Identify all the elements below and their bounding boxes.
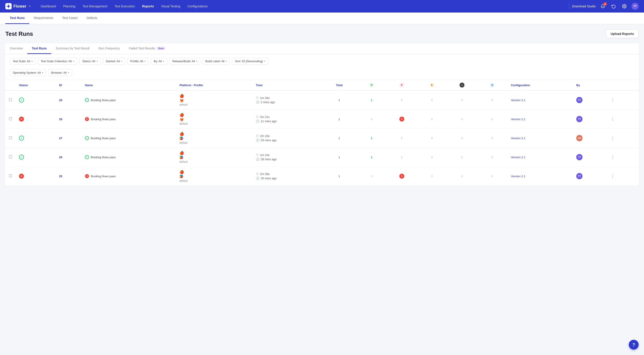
row-more-actions-icon[interactable]: ⋮ [610,154,616,160]
time-ago: 28 mins ago [261,158,276,161]
sub-tab-test-cases[interactable]: Test Cases [58,13,82,24]
notification-bell-btn[interactable]: 2 [599,3,606,10]
row-id[interactable]: 26 [56,148,82,167]
row-checkbox-cell[interactable] [5,148,16,167]
row-checkbox[interactable] [9,117,12,120]
help-button[interactable]: ? [629,340,639,350]
filter-sort[interactable]: Sort: ID (Descending) ▾ [232,58,268,65]
row-name[interactable]: ✓ Booking flows pass [82,90,176,110]
filter-started[interactable]: Started: All ▾ [103,58,125,65]
filter-profile[interactable]: Profile: All ▾ [127,58,148,65]
inner-tab-run-frequency[interactable]: Run Frequency [94,44,124,54]
duration: 2m 16s [260,134,270,138]
col-header-actions [606,80,639,90]
row-platform: 🍎 🦊 default [176,90,252,110]
row-actions-cell[interactable]: ⋮ [606,129,639,148]
sub-tab-defects[interactable]: Defects [82,13,102,24]
row-total: 1 [322,110,357,129]
row-checkbox-cell[interactable] [5,167,16,186]
row-id[interactable]: 29 [56,90,82,110]
nav-visual-testing[interactable]: Visual Testing [158,3,183,10]
row-e: 0 [417,110,447,129]
row-actions-cell[interactable]: ⋮ [606,110,639,129]
row-p: 1 [357,129,387,148]
row-config[interactable]: Version 2.1 [507,129,573,148]
row-config[interactable]: Version 2.1 [507,90,573,110]
row-name[interactable]: ✕ Booking flows pass [82,167,176,186]
nav-dashboard[interactable]: Dashboard [38,3,59,10]
nav-test-management[interactable]: Test Management [80,3,110,10]
row-platform: 🍎 default [176,167,252,186]
inner-tab-overview[interactable]: Overview [5,44,27,54]
row-config[interactable]: Version 2.1 [507,148,573,167]
count-f: 0 [401,99,402,102]
filter-build-label[interactable]: Build Label: All ▾ [202,58,230,65]
row-more-actions-icon[interactable]: ⋮ [610,173,616,179]
row-checkbox-cell[interactable] [5,90,16,110]
nav-planning[interactable]: Planning [60,3,79,10]
user-avatar-btn[interactable]: TT [632,3,639,10]
upload-reports-button[interactable]: Upload Reports [606,30,639,38]
row-i: 0 [447,129,477,148]
col-header-id: ID [56,80,82,90]
row-actions-cell[interactable]: ⋮ [606,90,639,110]
nav-divider [569,3,569,10]
filter-os[interactable]: Operating System: All ▾ [10,69,46,76]
nav-configurations[interactable]: Configurations [184,3,211,10]
row-checkbox[interactable] [9,98,12,101]
status-pass-icon: ✓ [19,136,24,141]
sub-tab-test-runs[interactable]: Test Runs [5,13,29,24]
row-name[interactable]: ✓ Booking flows pass [82,148,176,167]
notification-badge: 2 [603,2,607,6]
nav-reports[interactable]: Reports [139,3,157,10]
row-s: 0 [477,148,507,167]
test-runs-table: Status ID Name Platform - Profile Time T… [5,80,639,186]
inner-tab-summary[interactable]: Summary by Test Result [51,44,94,54]
row-actions-cell[interactable]: ⋮ [606,148,639,167]
row-checkbox-cell[interactable] [5,110,16,129]
platform-label: default [180,179,188,182]
inner-tab-test-runs[interactable]: Test Runs [27,44,51,54]
row-config[interactable]: Version 2.1 [507,167,573,186]
count-p: 1 [371,156,372,159]
row-id[interactable]: 27 [56,129,82,148]
settings-btn[interactable] [621,3,628,10]
history-btn[interactable] [610,3,617,10]
filter-browser[interactable]: Browser: All ▾ [48,69,72,76]
os-icon: 🍎 [180,132,184,136]
row-checkbox[interactable] [9,174,12,177]
count-f: 0 [401,156,402,159]
row-id[interactable]: 25 [56,167,82,186]
page-content: Test Runs Upload Reports Overview Test R… [0,24,644,354]
row-e: 0 [417,90,447,110]
count-p: 1 [371,99,372,102]
col-header-p: P [357,80,387,90]
filter-release-build[interactable]: Release/Build: All ▾ [169,58,200,65]
filter-test-suite[interactable]: Test Suite: All ▾ [10,58,36,65]
row-id[interactable]: 28 [56,110,82,129]
download-studio-link[interactable]: Download Studio [572,5,596,8]
col-header-status: Status [16,80,56,90]
row-checkbox-cell[interactable] [5,129,16,148]
name-status-pass-icon: ✓ [85,98,89,102]
filter-test-suite-collection[interactable]: Test Suite Collection: All ▾ [38,58,77,65]
row-more-actions-icon[interactable]: ⋮ [610,116,616,122]
row-total: 1 [322,90,357,110]
filter-status[interactable]: Status: All ▾ [80,58,100,65]
nav-test-execution[interactable]: Test Execution [111,3,138,10]
row-name[interactable]: ✓ Booking flows pass [82,129,176,148]
logo-area[interactable]: Flower ▾ [5,3,30,10]
sub-tab-requirements[interactable]: Requirements [29,13,58,24]
row-config[interactable]: Version 2.1 [507,110,573,129]
row-checkbox[interactable] [9,136,12,139]
svg-point-2 [8,7,9,8]
row-actions-cell[interactable]: ⋮ [606,167,639,186]
row-more-actions-icon[interactable]: ⋮ [610,97,616,103]
row-checkbox[interactable] [9,155,12,158]
filter-by[interactable]: By: All ▾ [151,58,167,65]
row-name[interactable]: ✕ Booking flows pass [82,110,176,129]
browser-icon: 🦊 [180,118,184,122]
row-total: 1 [322,129,357,148]
row-more-actions-icon[interactable]: ⋮ [610,135,616,141]
inner-tab-failed-results[interactable]: Failed Test Results Beta [124,44,170,54]
